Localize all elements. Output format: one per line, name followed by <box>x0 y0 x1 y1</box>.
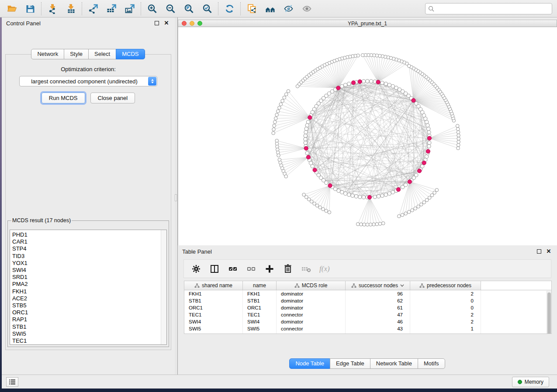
mcds-hub-node[interactable] <box>313 168 317 172</box>
network-node[interactable] <box>351 194 354 197</box>
tab-motifs[interactable]: Motifs <box>418 358 445 369</box>
satellite-node[interactable] <box>284 93 288 96</box>
network-node[interactable] <box>381 194 384 197</box>
mcds-result-item[interactable]: RAP1 <box>12 316 160 323</box>
satellite-node[interactable] <box>456 124 459 128</box>
satellite-node[interactable] <box>322 207 325 211</box>
mcds-hub-node[interactable] <box>408 180 412 184</box>
satellite-node[interactable] <box>283 96 286 100</box>
control-panel-float-button[interactable] <box>153 19 161 27</box>
mcds-hub-node[interactable] <box>427 136 431 140</box>
satellite-node[interactable] <box>369 223 372 227</box>
mcds-hub-node[interactable] <box>351 81 355 85</box>
network-node[interactable] <box>425 155 428 158</box>
mcds-result-item[interactable]: ACE2 <box>12 295 160 302</box>
satellite-node[interactable] <box>457 140 460 144</box>
first-neighbors-button[interactable] <box>261 1 279 16</box>
mcds-result-item[interactable]: STP4 <box>12 245 160 252</box>
zoom-fit-button[interactable] <box>180 1 198 16</box>
column-header-predecessor-nodes[interactable]: predecessor nodes <box>410 281 481 290</box>
search-input[interactable] <box>436 6 549 12</box>
mcds-hub-node[interactable] <box>422 161 426 165</box>
table-row[interactable]: SWI4SWI4dominator462 <box>184 318 551 325</box>
mcds-hub-node[interactable] <box>358 79 362 83</box>
mcds-result-item[interactable]: PMA2 <box>12 281 160 288</box>
mcds-hub-node[interactable] <box>306 155 310 159</box>
mcds-result-item[interactable]: SRD1 <box>12 274 160 281</box>
mcds-hub-node[interactable] <box>304 146 308 150</box>
mcds-hub-node[interactable] <box>412 98 415 102</box>
satellite-node[interactable] <box>372 223 376 226</box>
satellite-node[interactable] <box>428 196 431 199</box>
satellite-node[interactable] <box>274 117 277 120</box>
network-node[interactable] <box>384 82 387 86</box>
satellite-node[interactable] <box>277 154 280 157</box>
satellite-node[interactable] <box>375 223 379 226</box>
network-node[interactable] <box>394 86 398 89</box>
network-node[interactable] <box>384 193 387 196</box>
table-panel-float-button[interactable] <box>535 248 543 255</box>
mcds-hub-node[interactable] <box>308 116 312 120</box>
save-session-button[interactable] <box>21 1 39 16</box>
mcds-result-item[interactable]: SWI5 <box>12 330 160 337</box>
network-node[interactable] <box>347 193 351 196</box>
tab-node-table[interactable]: Node Table <box>289 358 330 369</box>
show-columns-button[interactable] <box>209 262 220 275</box>
network-node[interactable] <box>362 196 365 199</box>
mcds-result-item[interactable]: TID3 <box>12 253 160 260</box>
mcds-hub-node[interactable] <box>336 86 340 90</box>
tab-network[interactable]: Network <box>31 49 64 59</box>
satellite-node[interactable] <box>435 188 439 192</box>
export-image-button[interactable] <box>121 1 139 16</box>
satellite-node[interactable] <box>425 199 429 202</box>
tab-network-table[interactable]: Network Table <box>370 358 418 369</box>
satellite-node[interactable] <box>457 131 460 134</box>
tab-select[interactable]: Select <box>88 49 116 59</box>
satellite-node[interactable] <box>457 137 460 141</box>
table-row[interactable]: ORC1ORC1dominator610 <box>184 304 551 311</box>
mcds-hub-node[interactable] <box>426 149 430 153</box>
memory-button[interactable]: Memory <box>512 377 549 387</box>
mcds-result-item[interactable]: GCR1 <box>12 344 160 345</box>
network-node[interactable] <box>415 173 418 177</box>
network-node[interactable] <box>304 127 308 131</box>
column-header-successor-nodes[interactable]: successor nodes <box>346 281 410 290</box>
network-node[interactable] <box>305 124 309 127</box>
satellite-node[interactable] <box>457 147 460 150</box>
network-node[interactable] <box>387 83 391 87</box>
satellite-node[interactable] <box>408 64 411 68</box>
satellite-node[interactable] <box>281 99 284 103</box>
table-panel-close-button[interactable]: ✕ <box>545 248 553 255</box>
network-node[interactable] <box>381 81 384 85</box>
close-panel-button[interactable]: Close panel <box>90 93 135 103</box>
mcds-hub-node[interactable] <box>367 195 371 199</box>
mcds-result-item[interactable]: SWI4 <box>12 267 160 274</box>
satellite-node[interactable] <box>401 213 404 217</box>
zoom-selected-button[interactable] <box>198 1 216 16</box>
network-node[interactable] <box>304 134 307 138</box>
network-node[interactable] <box>387 192 391 195</box>
satellite-node[interactable] <box>433 191 436 195</box>
network-node[interactable] <box>347 82 351 86</box>
tab-mcds[interactable]: MCDS <box>116 49 145 59</box>
satellite-node[interactable] <box>275 113 279 117</box>
satellite-node[interactable] <box>361 54 364 57</box>
network-node[interactable] <box>366 79 369 83</box>
satellite-node[interactable] <box>417 205 420 208</box>
satellite-node[interactable] <box>284 175 288 178</box>
network-node[interactable] <box>340 190 344 194</box>
table-scrollbar[interactable] <box>547 291 551 334</box>
table-row[interactable]: TEC1TEC1connector472 <box>184 311 551 318</box>
optimization-criterion-select[interactable]: largest connected component (undirected) <box>19 76 157 86</box>
mcds-hub-node[interactable] <box>417 169 421 173</box>
satellite-node[interactable] <box>273 124 276 127</box>
satellite-node[interactable] <box>356 223 360 226</box>
network-node[interactable] <box>404 183 407 187</box>
network-node[interactable] <box>306 120 310 124</box>
mcds-result-item[interactable]: YOX1 <box>12 260 160 267</box>
zoom-in-button[interactable] <box>143 1 161 16</box>
table-mode-gear-button[interactable] <box>191 262 201 275</box>
satellite-node[interactable] <box>315 204 319 207</box>
network-node[interactable] <box>325 181 328 184</box>
satellite-node[interactable] <box>360 223 363 226</box>
